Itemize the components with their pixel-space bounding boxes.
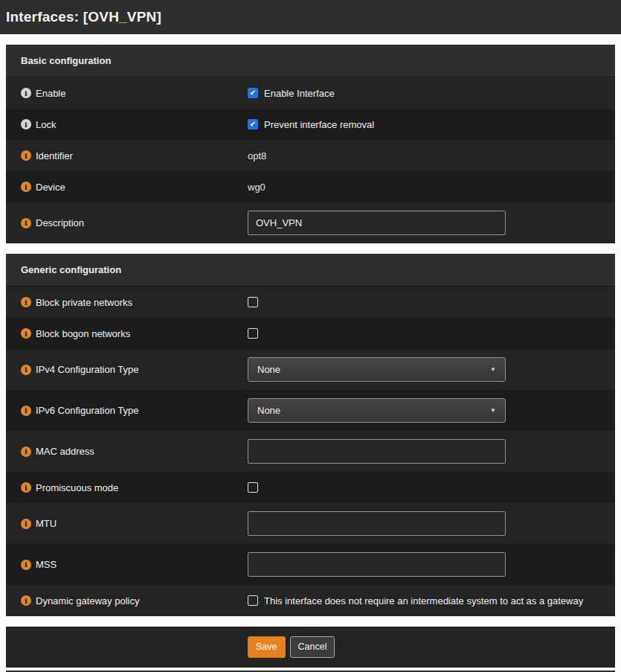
- row-block-private-networks: iBlock private networks: [6, 287, 615, 318]
- field-label: Lock: [36, 119, 56, 130]
- info-icon[interactable]: i: [21, 150, 31, 161]
- row-identifier: iIdentifieropt8: [6, 140, 615, 171]
- actions-panel: Save Cancel: [6, 627, 615, 668]
- checkbox-label: Prevent interface removal: [264, 119, 374, 130]
- info-icon[interactable]: i: [21, 482, 31, 493]
- field-control-cell: This interface does not require an inter…: [248, 595, 615, 607]
- field-label: Device: [36, 182, 65, 193]
- field-label-cell: iLock: [6, 119, 248, 130]
- row-device: iDevicewg0: [6, 171, 615, 202]
- content-area: Basic configurationiEnable✔Enable Interf…: [0, 34, 621, 672]
- section-title: Basic configuration: [6, 45, 615, 77]
- ipv4-configuration-type-select[interactable]: None▼: [248, 357, 506, 382]
- chevron-down-icon: ▼: [490, 367, 496, 373]
- info-icon[interactable]: i: [21, 406, 31, 416]
- mac-address-input[interactable]: [248, 439, 506, 464]
- field-label: Identifier: [36, 150, 73, 161]
- select-value: None: [257, 405, 490, 416]
- field-control-cell: [248, 297, 615, 307]
- info-icon[interactable]: i: [21, 365, 31, 375]
- field-label-cell: iMTU: [6, 518, 248, 529]
- field-label: Description: [36, 217, 84, 228]
- field-control-cell: ✔Enable Interface: [248, 88, 615, 99]
- form-panels: Basic configurationiEnable✔Enable Interf…: [6, 45, 615, 616]
- field-label-cell: iDescription: [6, 217, 248, 228]
- lock-checkbox[interactable]: ✔: [248, 119, 258, 129]
- info-icon[interactable]: i: [21, 447, 31, 457]
- field-label-cell: iDevice: [6, 182, 248, 193]
- mtu-input[interactable]: [248, 511, 506, 536]
- row-promiscuous-mode: iPromiscuous mode: [6, 472, 615, 503]
- save-button[interactable]: Save: [248, 636, 286, 658]
- field-label-cell: iBlock private networks: [6, 297, 248, 308]
- field-control-cell: opt8: [248, 150, 615, 161]
- page-title: Interfaces: [OVH_VPN]: [6, 9, 161, 25]
- info-icon[interactable]: i: [21, 595, 31, 606]
- field-label-cell: iPromiscuous mode: [6, 482, 248, 493]
- info-icon[interactable]: i: [21, 182, 31, 192]
- info-icon[interactable]: i: [21, 519, 31, 529]
- device-value: wg0: [248, 182, 266, 193]
- enable-checkbox[interactable]: ✔: [248, 88, 258, 98]
- row-lock: iLock✔Prevent interface removal: [6, 109, 615, 140]
- field-control-cell: wg0: [248, 182, 615, 193]
- field-label: MTU: [36, 518, 57, 529]
- section-title: Generic configuration: [6, 254, 615, 287]
- field-control-cell: [248, 328, 615, 339]
- info-icon[interactable]: i: [21, 218, 31, 228]
- row-description: iDescription: [6, 202, 615, 243]
- row-block-bogon-networks: iBlock bogon networks: [6, 318, 615, 349]
- mss-input[interactable]: [248, 552, 506, 577]
- info-icon[interactable]: i: [21, 560, 31, 570]
- field-label: Block bogon networks: [36, 328, 130, 339]
- field-control-cell: None▼: [248, 357, 615, 382]
- chevron-down-icon: ▼: [490, 408, 496, 414]
- field-label-cell: iIdentifier: [6, 150, 248, 161]
- ipv6-configuration-type-select[interactable]: None▼: [248, 398, 506, 423]
- field-control-cell: None▼: [248, 398, 615, 423]
- row-ipv6-configuration-type: iIPv6 Configuration TypeNone▼: [6, 390, 615, 431]
- info-icon[interactable]: i: [21, 119, 31, 129]
- row-ipv4-configuration-type: iIPv4 Configuration TypeNone▼: [6, 349, 615, 390]
- field-control-cell: ✔Prevent interface removal: [248, 119, 615, 130]
- field-control-cell: [248, 511, 615, 536]
- field-control-cell: [248, 482, 615, 493]
- field-control-cell: [248, 439, 615, 464]
- description-input[interactable]: [248, 211, 506, 235]
- block-private-networks-checkbox[interactable]: [248, 297, 258, 307]
- panel-generic-configuration: Generic configurationiBlock private netw…: [6, 254, 615, 616]
- field-label: IPv6 Configuration Type: [36, 405, 139, 416]
- promiscuous-mode-checkbox[interactable]: [248, 482, 258, 493]
- dynamic-gateway-policy-checkbox[interactable]: [248, 595, 258, 606]
- row-mss: iMSS: [6, 544, 615, 585]
- field-label-cell: iDynamic gateway policy: [6, 595, 248, 607]
- identifier-value: opt8: [248, 150, 266, 161]
- field-label-cell: iIPv4 Configuration Type: [6, 364, 248, 375]
- field-label: Dynamic gateway policy: [36, 595, 139, 607]
- row-mtu: iMTU: [6, 503, 615, 544]
- field-label-cell: iMAC address: [6, 446, 248, 457]
- field-label-cell: iMSS: [6, 559, 248, 570]
- info-icon[interactable]: i: [21, 88, 31, 98]
- select-value: None: [257, 364, 490, 375]
- panel-basic-configuration: Basic configurationiEnable✔Enable Interf…: [6, 45, 615, 243]
- field-label: IPv4 Configuration Type: [36, 364, 139, 375]
- row-mac-address: iMAC address: [6, 431, 615, 472]
- field-label: Block private networks: [36, 297, 132, 308]
- field-control-cell: [248, 552, 615, 577]
- cancel-button[interactable]: Cancel: [290, 636, 335, 658]
- info-icon[interactable]: i: [21, 297, 31, 307]
- checkbox-label: Enable Interface: [264, 88, 335, 99]
- checkbox-label: This interface does not require an inter…: [264, 595, 583, 607]
- block-bogon-networks-checkbox[interactable]: [248, 328, 258, 339]
- info-icon[interactable]: i: [21, 328, 31, 339]
- row-dynamic-gateway-policy: iDynamic gateway policyThis interface do…: [6, 585, 615, 616]
- field-label-cell: iEnable: [6, 88, 248, 99]
- page-header: Interfaces: [OVH_VPN]: [0, 0, 621, 34]
- field-label: MAC address: [36, 446, 94, 457]
- field-label: Promiscuous mode: [36, 482, 118, 493]
- field-control-cell: [248, 211, 615, 235]
- row-enable: iEnable✔Enable Interface: [6, 77, 615, 109]
- field-label-cell: iIPv6 Configuration Type: [6, 405, 248, 416]
- field-label: Enable: [36, 88, 65, 99]
